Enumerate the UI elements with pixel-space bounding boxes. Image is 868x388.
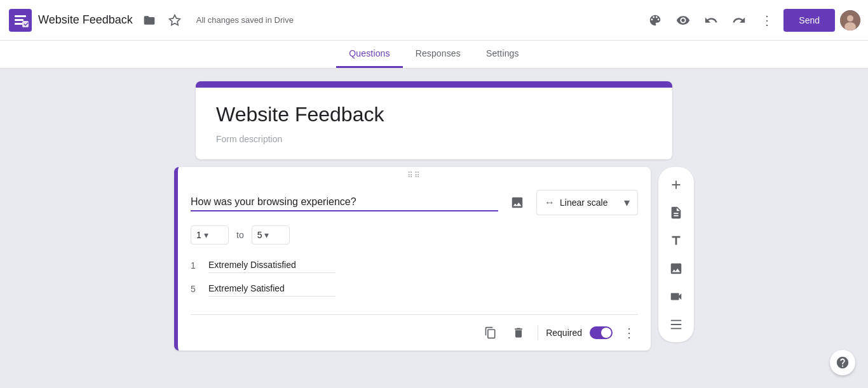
add-title-button[interactable] (663, 228, 689, 253)
question-input[interactable] (191, 194, 498, 211)
drag-handle[interactable]: ⠿⠿ (178, 167, 651, 180)
saved-text: All changes saved in Drive (196, 15, 294, 25)
question-card-wrapper: ⠿⠿ ↔ Linear scale ▾ 1 ▾ (174, 167, 694, 351)
tab-responses[interactable]: Responses (403, 41, 473, 68)
add-question-button[interactable] (663, 172, 689, 197)
chevron-from-icon: ▾ (204, 230, 208, 240)
scale-from-select[interactable]: 1 ▾ (191, 225, 229, 244)
preview-button[interactable] (672, 9, 695, 32)
send-button[interactable]: Send (783, 9, 835, 32)
scale-from-value: 1 (196, 230, 201, 240)
question-more-icon: ⋮ (623, 325, 635, 340)
svg-rect-1 (15, 15, 26, 17)
label-5-number: 5 (191, 284, 201, 294)
topbar: Website Feedback All changes saved in Dr… (0, 0, 868, 41)
star-button[interactable] (163, 9, 186, 32)
label-5-input[interactable] (208, 281, 336, 297)
side-toolbar (658, 167, 694, 342)
card-bottom: Required ⋮ (178, 315, 651, 351)
label-row-1: 1 (191, 257, 638, 273)
import-questions-button[interactable] (663, 200, 689, 225)
svg-rect-2 (15, 19, 24, 21)
scale-settings: 1 ▾ to 5 ▾ (178, 220, 651, 252)
question-image-icon[interactable] (506, 191, 529, 214)
toolbar-divider (538, 325, 538, 340)
svg-marker-5 (169, 15, 180, 25)
scale-to-value: 5 (257, 230, 262, 240)
more-button[interactable]: ⋮ (756, 9, 778, 32)
required-toggle[interactable] (590, 326, 613, 339)
redo-button[interactable] (728, 9, 750, 32)
form-description[interactable]: Form description (216, 134, 652, 144)
linear-scale-icon: ↔ (545, 197, 555, 208)
svg-point-7 (847, 15, 853, 22)
main-content: Website Feedback Form description ⠿⠿ ↔ L… (0, 69, 868, 385)
more-icon: ⋮ (761, 13, 773, 28)
topbar-right: ⋮ Send (644, 9, 860, 32)
add-section-button[interactable] (663, 312, 689, 337)
scale-to-select[interactable]: 5 ▾ (252, 225, 290, 244)
add-video-button[interactable] (663, 284, 689, 309)
tab-questions[interactable]: Questions (336, 41, 402, 68)
folder-button[interactable] (138, 9, 161, 32)
label-1-number: 1 (191, 260, 201, 271)
svg-rect-4 (22, 21, 29, 27)
question-type-label: Linear scale (560, 197, 619, 208)
avatar[interactable] (840, 10, 860, 30)
required-label: Required (546, 328, 582, 338)
duplicate-button[interactable] (479, 321, 502, 344)
question-card: ⠿⠿ ↔ Linear scale ▾ 1 ▾ (174, 167, 651, 351)
tabs-bar: Questions Responses Settings (0, 41, 868, 69)
chevron-down-icon: ▾ (624, 196, 630, 210)
question-more-button[interactable]: ⋮ (618, 321, 641, 344)
tab-settings[interactable]: Settings (473, 41, 532, 68)
question-type-select[interactable]: ↔ Linear scale ▾ (536, 190, 638, 215)
topbar-icons (138, 9, 186, 32)
label-1-input[interactable] (208, 257, 336, 273)
scale-to-label: to (234, 230, 247, 240)
form-header-card: Website Feedback Form description (196, 81, 672, 159)
labels-section: 1 5 (178, 252, 651, 314)
app-icon[interactable] (8, 8, 33, 33)
question-top: ↔ Linear scale ▾ (178, 180, 651, 220)
help-button[interactable] (830, 350, 855, 375)
label-row-5: 5 (191, 281, 638, 297)
palette-button[interactable] (644, 9, 667, 32)
doc-title: Website Feedback (38, 13, 133, 27)
form-title: Website Feedback (216, 103, 652, 126)
topbar-left: Website Feedback All changes saved in Dr… (8, 8, 644, 33)
delete-button[interactable] (507, 321, 530, 344)
chevron-to-icon: ▾ (264, 230, 269, 240)
add-image-button[interactable] (663, 256, 689, 281)
undo-button[interactable] (700, 9, 722, 32)
